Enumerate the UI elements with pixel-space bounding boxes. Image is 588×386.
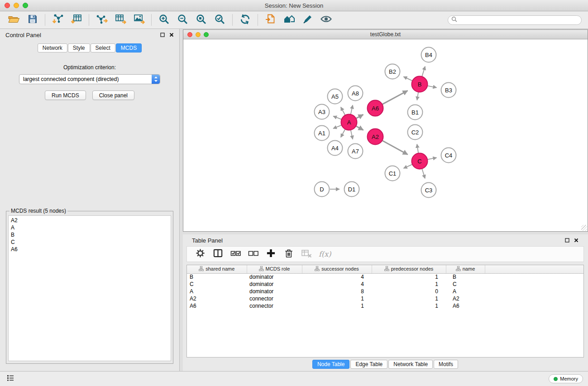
table-cell[interactable]: 1	[302, 302, 372, 310]
mcds-result-item[interactable]: A6	[11, 246, 168, 253]
control-tab-select[interactable]: Select	[91, 43, 115, 52]
zoom-selected-button[interactable]	[211, 13, 228, 27]
network-close-button[interactable]	[187, 32, 192, 37]
zoom-out-button[interactable]	[174, 13, 191, 27]
close-panel-icon[interactable]	[169, 33, 174, 37]
table-cell[interactable]: A2	[446, 295, 485, 302]
graph-node-A[interactable]: A	[341, 114, 357, 130]
graph-node-A5[interactable]: A5	[328, 89, 343, 104]
graph-node-A4[interactable]: A4	[328, 141, 343, 156]
column-header-successor-nodes[interactable]: successor nodes	[302, 265, 372, 273]
table-cell[interactable]: connector	[247, 295, 302, 302]
refresh-layout-button[interactable]	[237, 13, 253, 27]
table-cell[interactable]: 1	[372, 302, 446, 310]
close-window-button[interactable]	[5, 3, 10, 8]
home-button[interactable]	[281, 13, 297, 27]
graph-node-C1[interactable]: C1	[385, 166, 400, 181]
function-builder-button[interactable]: f(x)	[315, 248, 335, 261]
mcds-result-item[interactable]: A	[11, 224, 168, 231]
add-button[interactable]	[262, 248, 280, 261]
table-cell[interactable]: B	[187, 273, 247, 281]
table-cell[interactable]: 1	[372, 281, 446, 288]
graph-node-B3[interactable]: B3	[441, 83, 456, 98]
graph-node-D1[interactable]: D1	[344, 182, 359, 197]
table-cell[interactable]: 4	[302, 281, 372, 288]
graph-node-A8[interactable]: A8	[348, 86, 363, 101]
network-maximize-button[interactable]	[204, 32, 209, 37]
delete-button[interactable]	[280, 248, 297, 261]
import-table-button[interactable]	[68, 13, 85, 27]
table-tab-edge-table[interactable]: Edge Table	[350, 360, 387, 369]
table-cell[interactable]: A2	[187, 295, 247, 302]
deselect-all-button[interactable]	[244, 248, 262, 261]
table-cell[interactable]: connector	[247, 302, 302, 310]
settings-button[interactable]	[191, 248, 209, 261]
graph-node-A3[interactable]: A3	[315, 105, 330, 119]
table-cell[interactable]: C	[446, 281, 485, 288]
table-cell[interactable]: 8	[302, 288, 372, 295]
mcds-result-item[interactable]: A2	[11, 217, 168, 224]
table-cell[interactable]: 1	[372, 273, 446, 281]
select-all-button[interactable]	[227, 248, 244, 261]
graph-node-B[interactable]: B	[412, 76, 428, 92]
destroy-table-button[interactable]	[297, 248, 315, 261]
column-header-MCDS-role[interactable]: MCDS role	[247, 265, 302, 273]
network-canvas[interactable]: B4B2BB3A5A8A6A3B1AA1C2A2A4A7C4CC1C3DD1	[183, 39, 588, 231]
run-mcds-button[interactable]: Run MCDS	[45, 91, 86, 100]
float-table-panel-icon[interactable]	[565, 238, 569, 243]
memory-button[interactable]: Memory	[549, 374, 583, 383]
control-tab-style[interactable]: Style	[68, 43, 90, 52]
table-cell[interactable]: 4	[302, 273, 372, 281]
column-header-predecessor-nodes[interactable]: predecessor nodes	[372, 265, 446, 273]
close-table-panel-icon[interactable]	[574, 238, 578, 243]
import-network-button[interactable]	[49, 13, 66, 27]
maximize-window-button[interactable]	[23, 3, 28, 8]
float-panel-icon[interactable]	[160, 33, 165, 37]
graph-node-B4[interactable]: B4	[421, 48, 436, 62]
column-header-name[interactable]: name	[446, 265, 485, 273]
show-panels-button[interactable]	[5, 374, 16, 383]
graph-node-A2[interactable]: A2	[368, 129, 383, 145]
export-table-button[interactable]	[112, 13, 129, 27]
table-tab-node-table[interactable]: Node Table	[312, 360, 350, 369]
close-panel-button[interactable]: Close panel	[92, 91, 134, 100]
graph-node-A1[interactable]: A1	[315, 126, 330, 141]
graph-node-D[interactable]: D	[315, 182, 330, 197]
graph-node-A6[interactable]: A6	[368, 100, 383, 116]
zoom-fit-button[interactable]	[193, 13, 210, 27]
column-header-shared-name[interactable]: shared name	[187, 265, 247, 273]
search-input[interactable]	[459, 17, 578, 23]
network-minimize-button[interactable]	[196, 32, 201, 37]
control-tab-mcds[interactable]: MCDS	[116, 43, 142, 52]
save-session-button[interactable]	[24, 13, 41, 27]
table-cell[interactable]: dominator	[247, 288, 302, 295]
table-cell[interactable]: dominator	[247, 281, 302, 288]
table-cell[interactable]: 1	[372, 295, 446, 302]
table-cell[interactable]: A	[446, 288, 485, 295]
graph-node-C3[interactable]: C3	[421, 183, 436, 198]
mcds-result-item[interactable]: B	[11, 231, 168, 238]
graph-node-B1[interactable]: B1	[408, 105, 423, 120]
graph-node-A7[interactable]: A7	[348, 144, 363, 159]
table-tab-motifs[interactable]: Motifs	[434, 360, 458, 369]
table-cell[interactable]: dominator	[247, 273, 302, 281]
table-cell[interactable]: A	[187, 288, 247, 295]
control-tab-network[interactable]: Network	[38, 43, 67, 52]
graph-node-C[interactable]: C	[412, 153, 428, 169]
table-cell[interactable]: C	[187, 281, 247, 288]
zoom-in-button[interactable]	[156, 13, 172, 27]
table-cell[interactable]: B	[446, 273, 485, 281]
export-network-button[interactable]	[93, 13, 110, 27]
table-cell[interactable]: 1	[302, 295, 372, 302]
graph-node-B2[interactable]: B2	[385, 64, 400, 79]
columns-button[interactable]	[209, 248, 227, 261]
table-tab-network-table[interactable]: Network Table	[388, 360, 433, 369]
mcds-result-item[interactable]: C	[11, 238, 168, 246]
graph-node-C4[interactable]: C4	[441, 148, 456, 163]
table-cell[interactable]: 0	[372, 288, 446, 295]
open-file-button[interactable]	[5, 13, 22, 27]
show-hide-button[interactable]	[318, 13, 335, 27]
minimize-window-button[interactable]	[14, 3, 19, 8]
visual-inspect-button[interactable]	[299, 13, 316, 27]
export-image-button[interactable]	[130, 13, 147, 27]
